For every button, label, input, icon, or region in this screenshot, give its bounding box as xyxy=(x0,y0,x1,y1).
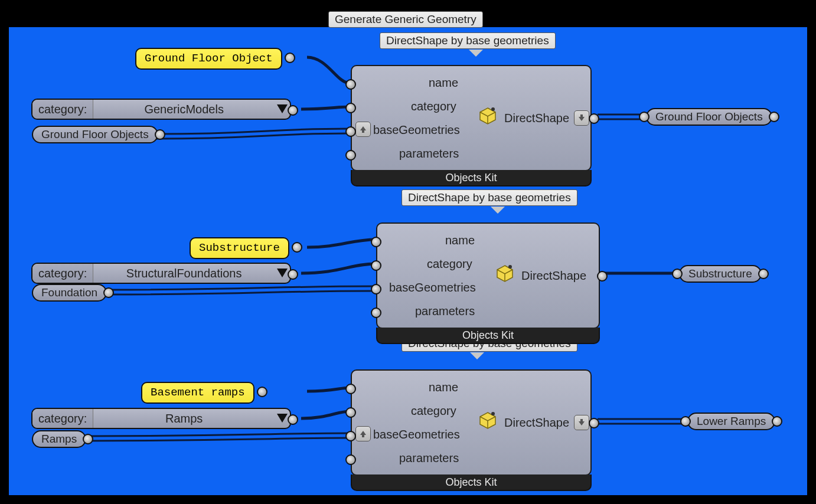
svg-point-5 xyxy=(508,265,512,269)
port-in-parameters[interactable] xyxy=(345,454,356,465)
param-substructure-out[interactable]: Substructure xyxy=(679,265,762,283)
svg-marker-11 xyxy=(277,414,288,423)
node2-tooltip: DirectShape by base geometries xyxy=(402,189,577,206)
pointer-icon xyxy=(470,352,484,359)
port-out[interactable] xyxy=(769,112,779,122)
input-label-name: name xyxy=(445,234,475,247)
port-out[interactable] xyxy=(288,414,298,425)
input-label-parameters: parameters xyxy=(399,451,459,465)
list-access-down-icon[interactable] xyxy=(574,110,589,126)
cube-icon xyxy=(478,106,497,127)
list-access-up-icon[interactable] xyxy=(355,122,371,137)
port-out[interactable] xyxy=(288,269,298,280)
pointer-icon xyxy=(469,50,483,57)
param-lower-ramps-out[interactable]: Lower Ramps xyxy=(687,413,775,430)
port-in-parameters[interactable] xyxy=(345,150,356,161)
port-out-directshape[interactable] xyxy=(589,418,599,428)
pointer-icon xyxy=(491,207,505,214)
port-in-name[interactable] xyxy=(371,237,381,247)
port-out[interactable] xyxy=(285,53,295,63)
port-in-category[interactable] xyxy=(345,407,356,418)
cube-icon xyxy=(495,264,514,285)
input-label-basegeometries: baseGeometries xyxy=(373,428,460,441)
text-panel-substructure[interactable]: Substructure xyxy=(190,237,289,259)
category-value: Ramps xyxy=(93,412,275,426)
port-in-category[interactable] xyxy=(345,103,356,113)
port-out[interactable] xyxy=(103,287,114,298)
port-in-name[interactable] xyxy=(345,384,356,394)
input-label-name: name xyxy=(429,76,458,90)
input-label-basegeometries: baseGeometries xyxy=(389,281,476,294)
param-label: Ramps xyxy=(41,433,77,445)
input-label-category: category xyxy=(411,404,456,418)
node-footer: Objects Kit xyxy=(351,170,592,186)
param-label: Ground Floor Objects xyxy=(41,128,149,140)
text-panel-value: Basement ramps xyxy=(151,386,245,399)
category-label: category: xyxy=(32,264,93,283)
input-label-name: name xyxy=(429,381,458,394)
svg-marker-10 xyxy=(277,269,288,277)
output-label-directshape: DirectShape xyxy=(504,416,569,430)
category-selector-1[interactable]: category: GenericModels xyxy=(31,99,291,120)
text-panel-value: Ground Floor Object xyxy=(145,52,273,65)
port-in-parameters[interactable] xyxy=(371,307,381,318)
port-in-name[interactable] xyxy=(345,79,356,90)
directshape-node-3[interactable]: name category baseGeometries parameters … xyxy=(351,369,592,476)
category-label: category: xyxy=(32,100,93,119)
port-out[interactable] xyxy=(155,129,165,140)
param-ground-floor-objects-out[interactable]: Ground Floor Objects xyxy=(646,108,772,126)
port-out[interactable] xyxy=(288,105,298,116)
category-value: GenericModels xyxy=(93,103,275,116)
param-ramps-in[interactable]: Ramps xyxy=(32,430,86,448)
param-label: Substructure xyxy=(688,267,752,280)
list-access-up-icon[interactable] xyxy=(355,426,371,441)
text-panel-ground-floor-object[interactable]: Ground Floor Object xyxy=(135,48,282,70)
port-in[interactable] xyxy=(672,269,683,279)
directshape-node-2[interactable]: name category baseGeometries parameters … xyxy=(376,222,600,329)
param-foundation-in[interactable]: Foundation xyxy=(32,284,107,302)
directshape-node-1[interactable]: name category baseGeometries parameters … xyxy=(351,65,592,171)
port-in[interactable] xyxy=(639,112,649,122)
cube-icon xyxy=(478,411,497,432)
svg-point-2 xyxy=(491,107,495,111)
param-label: Foundation xyxy=(41,286,97,299)
category-selector-3[interactable]: category: Ramps xyxy=(31,408,291,429)
output-label-directshape: DirectShape xyxy=(521,269,586,283)
svg-point-8 xyxy=(491,412,495,415)
input-label-category: category xyxy=(411,100,456,113)
port-out[interactable] xyxy=(257,387,267,397)
node-footer: Objects Kit xyxy=(376,328,600,344)
port-in-category[interactable] xyxy=(371,260,381,271)
input-label-parameters: parameters xyxy=(415,305,475,318)
port-out[interactable] xyxy=(758,269,769,279)
port-out-directshape[interactable] xyxy=(597,271,608,282)
port-out-directshape[interactable] xyxy=(589,113,599,124)
param-ground-floor-objects-in[interactable]: Ground Floor Objects xyxy=(32,126,158,143)
node-footer: Objects Kit xyxy=(351,474,592,491)
category-value: StructuralFoundations xyxy=(93,267,275,280)
param-label: Ground Floor Objects xyxy=(655,110,763,123)
category-label: category: xyxy=(32,409,93,428)
svg-marker-9 xyxy=(277,104,288,113)
input-label-category: category xyxy=(427,257,472,271)
port-in-basegeometries[interactable] xyxy=(345,431,356,441)
list-access-down-icon[interactable] xyxy=(574,415,589,430)
port-in[interactable] xyxy=(680,416,691,427)
node1-tooltip: DirectShape by base geometries xyxy=(380,32,556,49)
port-out[interactable] xyxy=(292,242,302,253)
output-label-directshape: DirectShape xyxy=(504,112,569,125)
text-panel-value: Substructure xyxy=(199,241,280,254)
text-panel-basement-ramps[interactable]: Basement ramps xyxy=(141,382,254,404)
port-in-basegeometries[interactable] xyxy=(371,284,381,294)
param-label: Lower Ramps xyxy=(697,415,766,427)
category-selector-2[interactable]: category: StructuralFoundations xyxy=(31,263,291,284)
input-label-basegeometries: baseGeometries xyxy=(373,123,460,137)
input-label-parameters: parameters xyxy=(399,147,459,161)
port-in-basegeometries[interactable] xyxy=(345,126,356,137)
group-title: Generate Generic Geometry xyxy=(328,11,483,28)
